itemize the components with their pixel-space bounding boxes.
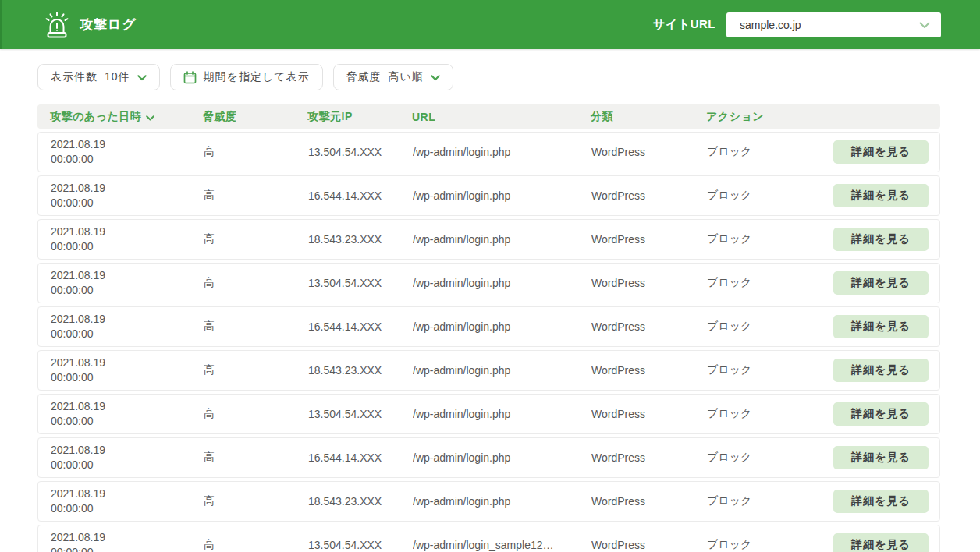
cell-action: ブロック 詳細を見る [707, 490, 939, 513]
table-row: 2021.08.19 00:00:00 高 16.544.14.XXX /wp-… [37, 175, 940, 216]
cell-action: ブロック 詳細を見る [707, 140, 939, 164]
cell-source-ip: 18.543.23.XXX [308, 495, 413, 508]
cell-url: /wp-admin/login.php [413, 364, 591, 377]
table-row: 2021.08.19 00:00:00 高 16.544.14.XXX /wp-… [37, 306, 940, 347]
period-filter-button[interactable]: 期間を指定して表示 [170, 64, 323, 90]
cell-source-ip: 16.544.14.XXX [308, 189, 413, 202]
threat-sort-value: 高い順 [389, 70, 424, 84]
attack-date: 2021.08.19 [51, 268, 196, 283]
action-label: ブロック [707, 538, 751, 552]
action-label: ブロック [707, 276, 751, 290]
site-url-select[interactable]: sample.co.jp [726, 12, 941, 37]
cell-threat-level: 高 [204, 276, 308, 290]
detail-button[interactable]: 詳細を見る [833, 140, 929, 164]
cell-source-ip: 13.504.54.XXX [308, 277, 413, 289]
cell-action: ブロック 詳細を見る [707, 271, 939, 295]
action-label: ブロック [707, 494, 751, 508]
cell-url: /wp-admin/login.php [413, 320, 591, 333]
cell-threat-level: 高 [204, 189, 308, 203]
threat-sort-label: 脅威度 [346, 70, 382, 84]
cell-action: ブロック 詳細を見る [707, 446, 939, 469]
table-row: 2021.08.19 00:00:00 高 18.543.23.XXX /wp-… [37, 481, 940, 522]
header-right: サイトURL sample.co.jp [653, 12, 941, 37]
detail-button[interactable]: 詳細を見る [833, 490, 929, 513]
attack-time: 00:00:00 [51, 501, 196, 516]
detail-button[interactable]: 詳細を見る [833, 402, 929, 426]
cell-datetime: 2021.08.19 00:00:00 [51, 312, 204, 341]
action-label: ブロック [707, 145, 751, 159]
cell-source-ip: 13.504.54.XXX [308, 146, 413, 158]
cell-threat-level: 高 [204, 494, 308, 508]
cell-datetime: 2021.08.19 00:00:00 [51, 137, 204, 167]
cell-url: /wp-admin/login.php [413, 408, 591, 420]
detail-button[interactable]: 詳細を見る [833, 446, 929, 469]
table-row: 2021.08.19 00:00:00 高 18.543.23.XXX /wp-… [37, 350, 940, 391]
action-label: ブロック [707, 451, 751, 465]
cell-source-ip: 18.543.23.XXX [308, 364, 413, 377]
chevron-down-icon [431, 71, 440, 83]
cell-source-ip: 16.544.14.XXX [308, 320, 413, 333]
cell-datetime: 2021.08.19 00:00:00 [51, 225, 204, 254]
threat-sort-dropdown[interactable]: 脅威度 高い順 [333, 64, 453, 90]
attack-time: 00:00:00 [51, 545, 196, 552]
table-row: 2021.08.19 00:00:00 高 13.504.54.XXX /wp-… [37, 394, 940, 434]
cell-threat-level: 高 [204, 232, 308, 246]
cell-threat-level: 高 [204, 451, 308, 465]
site-url-label: サイトURL [653, 17, 715, 32]
attack-date: 2021.08.19 [51, 181, 196, 196]
cell-category: WordPress [591, 320, 707, 333]
attack-time: 00:00:00 [51, 239, 196, 254]
cell-threat-level: 高 [204, 538, 308, 552]
cell-category: WordPress [591, 189, 707, 202]
cell-datetime: 2021.08.19 00:00:00 [51, 443, 204, 472]
cell-category: WordPress [591, 451, 707, 464]
cell-source-ip: 18.543.23.XXX [308, 233, 413, 246]
detail-button[interactable]: 詳細を見る [833, 228, 929, 251]
table-row: 2021.08.19 00:00:00 高 13.504.54.XXX /wp-… [37, 132, 940, 172]
detail-button[interactable]: 詳細を見る [833, 359, 929, 382]
cell-source-ip: 13.504.54.XXX [308, 539, 413, 551]
attack-time: 00:00:00 [51, 152, 196, 167]
page-title: 攻撃ログ [80, 16, 137, 34]
display-count-dropdown[interactable]: 表示件数 10件 [37, 64, 160, 90]
attack-time: 00:00:00 [51, 414, 196, 429]
column-header-url: URL [412, 111, 591, 123]
cell-threat-level: 高 [204, 407, 308, 421]
cell-action: ブロック 詳細を見る [707, 533, 939, 552]
cell-category: WordPress [591, 233, 707, 246]
sort-chevron-down-icon [146, 111, 154, 123]
attack-date: 2021.08.19 [51, 443, 196, 458]
attack-log-table: 攻撃のあった日時 脅威度 攻撃元IP URL 分類 アクション 2021.08.… [0, 90, 980, 552]
cell-action: ブロック 詳細を見る [707, 359, 939, 382]
display-count-label: 表示件数 [51, 70, 98, 84]
cell-action: ブロック 詳細を見る [707, 315, 939, 338]
action-label: ブロック [707, 189, 751, 203]
attack-time: 00:00:00 [51, 283, 196, 298]
detail-button[interactable]: 詳細を見る [833, 315, 929, 338]
cell-url: /wp-admin/login.php [413, 451, 591, 464]
cell-source-ip: 13.504.54.XXX [308, 408, 413, 420]
cell-category: WordPress [591, 539, 707, 551]
cell-url: /wp-admin/login.php [413, 495, 591, 508]
column-header-datetime-label: 攻撃のあった日時 [50, 110, 141, 124]
column-header-category: 分類 [591, 110, 706, 124]
cell-datetime: 2021.08.19 00:00:00 [51, 399, 204, 429]
column-header-threat: 脅威度 [203, 110, 307, 124]
detail-button[interactable]: 詳細を見る [833, 184, 929, 207]
table-header-row: 攻撃のあった日時 脅威度 攻撃元IP URL 分類 アクション [37, 104, 940, 129]
attack-date: 2021.08.19 [51, 225, 196, 239]
table-body: 2021.08.19 00:00:00 高 13.504.54.XXX /wp-… [37, 132, 940, 552]
cell-category: WordPress [591, 277, 707, 289]
cell-url: /wp-admin/login.php [413, 233, 591, 246]
cell-category: WordPress [591, 364, 707, 377]
attack-time: 00:00:00 [51, 370, 196, 385]
filter-bar: 表示件数 10件 期間を指定して表示 脅威度 高い順 [0, 49, 980, 90]
cell-datetime: 2021.08.19 00:00:00 [51, 356, 204, 385]
site-url-value: sample.co.jp [740, 19, 919, 31]
table-row: 2021.08.19 00:00:00 高 13.504.54.XXX /wp-… [37, 263, 940, 303]
detail-button[interactable]: 詳細を見る [833, 271, 929, 295]
cell-datetime: 2021.08.19 00:00:00 [51, 268, 204, 298]
detail-button[interactable]: 詳細を見る [833, 533, 929, 552]
column-header-datetime[interactable]: 攻撃のあった日時 [50, 110, 203, 124]
cell-action: ブロック 詳細を見る [707, 402, 939, 426]
